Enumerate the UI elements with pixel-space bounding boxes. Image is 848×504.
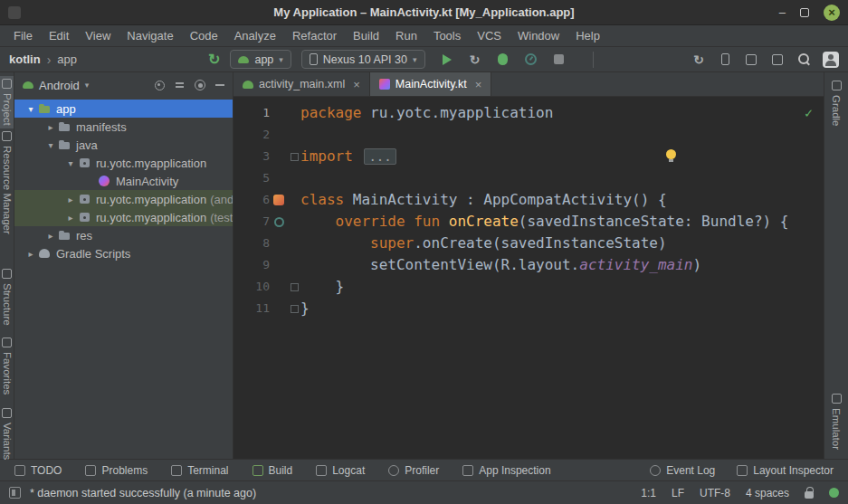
run-configuration-selector[interactable]: app ▾ xyxy=(230,50,291,69)
project-view-selector[interactable]: Android xyxy=(39,79,80,92)
chevron-right-icon[interactable]: ▸ xyxy=(63,195,78,204)
minimize-button[interactable]: – xyxy=(779,6,786,18)
menu-edit[interactable]: Edit xyxy=(41,29,77,43)
chevron-down-icon[interactable]: ▾ xyxy=(24,104,38,114)
code-line-2[interactable]: 2 xyxy=(233,124,824,146)
tool-window-event-log[interactable]: Event Log xyxy=(650,464,715,477)
code-line-1[interactable]: 1package ru.yotc.myapplication xyxy=(233,102,824,124)
class-gutter-slot[interactable] xyxy=(270,195,288,205)
chevron-right-icon[interactable]: ▸ xyxy=(63,213,78,223)
tool-stripe-resource-manager[interactable]: Resource Manager xyxy=(0,128,14,237)
tree-item-gradle-scripts[interactable]: ▸Gradle Scripts xyxy=(14,244,233,262)
tool-stripe-favorites[interactable]: Favorites xyxy=(0,335,14,397)
indent-setting[interactable]: 4 spaces xyxy=(746,487,789,499)
menu-build[interactable]: Build xyxy=(345,29,387,43)
menu-help[interactable]: Help xyxy=(567,29,608,43)
file-encoding[interactable]: UTF-8 xyxy=(700,487,730,499)
menu-tools[interactable]: Tools xyxy=(425,29,469,43)
menu-code[interactable]: Code xyxy=(182,29,226,43)
menu-vcs[interactable]: VCS xyxy=(469,29,510,43)
code-line-7[interactable]: 7 override fun onCreate(savedInstanceSta… xyxy=(233,211,824,233)
chevron-right-icon[interactable]: ▸ xyxy=(43,231,58,241)
tool-window-todo[interactable]: TODO xyxy=(14,464,62,477)
chevron-down-icon[interactable]: ▾ xyxy=(43,140,58,150)
menu-run[interactable]: Run xyxy=(387,29,425,43)
close-button[interactable]: × xyxy=(824,5,840,21)
tool-stripe-structure[interactable]: Structure xyxy=(0,266,14,328)
title-bar[interactable]: My Application – MainActivity.kt [My_App… xyxy=(0,0,848,25)
tool-window-terminal[interactable]: Terminal xyxy=(171,464,228,477)
chevron-down-icon[interactable]: ▾ xyxy=(63,158,78,168)
chevron-right-icon[interactable]: ▸ xyxy=(24,249,38,259)
breadcrumb-target[interactable]: app xyxy=(57,52,77,66)
menu-analyze[interactable]: Analyze xyxy=(226,29,284,43)
maximize-button[interactable] xyxy=(800,8,809,17)
stop-button[interactable] xyxy=(552,52,567,67)
tool-stripe-gradle[interactable]: Gradle xyxy=(824,78,848,129)
code-lines[interactable]: ✓ 1package ru.yotc.myapplication23import… xyxy=(233,97,824,459)
code-line-6[interactable]: 6class MainActivity : AppCompatActivity(… xyxy=(233,189,824,211)
menu-refactor[interactable]: Refactor xyxy=(284,29,345,43)
breadcrumb-module[interactable]: kotlin xyxy=(9,52,41,66)
sync-project-button[interactable]: ↻ xyxy=(691,52,706,67)
menu-window[interactable]: Window xyxy=(510,29,567,43)
fold-marker-slot[interactable] xyxy=(288,305,300,313)
caret-position[interactable]: 1:1 xyxy=(641,487,656,499)
tool-window-build[interactable]: Build xyxy=(252,464,293,477)
menu-file[interactable]: File xyxy=(5,29,41,43)
highlighting-level-icon[interactable] xyxy=(829,488,839,498)
run-button[interactable] xyxy=(440,52,454,67)
tree-item-mainactivity[interactable]: MainActivity xyxy=(14,172,233,190)
avd-manager-button[interactable] xyxy=(770,52,785,67)
debug-button[interactable] xyxy=(496,52,510,67)
tree-item-manifests[interactable]: ▸manifests xyxy=(14,118,233,136)
override-gutter-slot[interactable] xyxy=(270,217,288,227)
locate-file-icon[interactable] xyxy=(155,81,165,90)
tool-window-layout-inspector[interactable]: Layout Inspector xyxy=(737,464,834,477)
tree-item-app[interactable]: ▾app xyxy=(14,100,233,118)
tree-item-java[interactable]: ▾java xyxy=(14,136,233,154)
code-line-11[interactable]: 11} xyxy=(233,298,824,319)
profiler-button[interactable] xyxy=(524,52,538,67)
menu-view[interactable]: View xyxy=(77,29,119,43)
device-selector[interactable]: Nexus 10 API 30 ▾ xyxy=(301,50,425,69)
settings-gear-icon[interactable] xyxy=(195,80,205,90)
readonly-lock-icon[interactable] xyxy=(805,491,814,499)
apply-changes-button[interactable]: ↻ xyxy=(468,52,482,67)
tab-activity-main-xml[interactable]: activity_main.xml× xyxy=(233,72,370,96)
close-tab-icon[interactable]: × xyxy=(475,78,482,91)
search-everywhere-button[interactable] xyxy=(796,52,811,67)
profile-avatar[interactable] xyxy=(823,52,839,68)
code-line-8[interactable]: 8 super.onCreate(savedInstanceState) xyxy=(233,233,824,254)
tool-stripe-emulator[interactable]: Emulator xyxy=(824,391,848,452)
status-message[interactable]: * daemon started successfully (a minute … xyxy=(30,487,256,499)
tool-window-profiler[interactable]: Profiler xyxy=(388,464,439,477)
tree-item-ru-yotc-myapplication[interactable]: ▸ru.yotc.myapplication(test) xyxy=(14,208,233,226)
gradle-sync-arrow-icon[interactable]: ↻ xyxy=(208,51,220,68)
tool-window-app-inspection[interactable]: App Inspection xyxy=(462,464,550,477)
fold-marker-slot[interactable] xyxy=(288,283,300,291)
tree-item-res[interactable]: ▸res xyxy=(14,226,233,244)
fold-marker-slot[interactable] xyxy=(288,153,300,161)
intention-bulb-icon[interactable] xyxy=(666,149,676,159)
sdk-manager-button[interactable] xyxy=(744,52,758,67)
collapse-all-icon[interactable] xyxy=(175,81,185,90)
code-line-9[interactable]: 9 setContentView(R.layout.activity_main) xyxy=(233,254,824,276)
tool-stripe-project[interactable]: Project xyxy=(0,76,14,128)
code-line-10[interactable]: 10 } xyxy=(233,276,824,298)
line-separator[interactable]: LF xyxy=(672,487,684,499)
tree-item-ru-yotc-myapplication[interactable]: ▸ru.yotc.myapplication(androidTest) xyxy=(14,190,233,208)
device-manager-button[interactable] xyxy=(718,52,732,67)
tool-window-problems[interactable]: Problems xyxy=(85,464,148,477)
tab-mainactivity-kt[interactable]: MainActivity.kt× xyxy=(370,72,492,96)
tree-item-ru-yotc-myapplication[interactable]: ▾ru.yotc.myapplication xyxy=(14,154,233,172)
tool-stripe-variants[interactable]: Variants xyxy=(0,405,14,462)
chevron-right-icon[interactable]: ▸ xyxy=(43,122,58,132)
hide-panel-icon[interactable] xyxy=(215,84,224,86)
tool-window-logcat[interactable]: Logcat xyxy=(316,464,365,477)
code-line-3[interactable]: 3import ... xyxy=(233,146,824,167)
menu-navigate[interactable]: Navigate xyxy=(119,29,181,43)
close-tab-icon[interactable]: × xyxy=(353,78,360,91)
tool-window-toggle-icon[interactable] xyxy=(9,487,21,499)
code-line-5[interactable]: 5 xyxy=(233,167,824,189)
